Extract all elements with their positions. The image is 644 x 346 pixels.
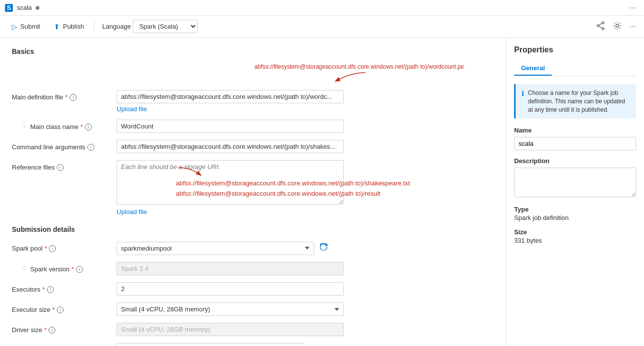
executor-size-label: Executor size * i xyxy=(12,303,111,313)
svg-point-4 xyxy=(597,25,599,27)
driver-size-control: Small (4 vCPU, 28GB memory) xyxy=(117,323,494,336)
main-def-arrow xyxy=(331,70,370,85)
spark-version-label: └ Spark version * i xyxy=(12,262,111,273)
publish-label: Publish xyxy=(63,23,84,30)
description-field-label: Description xyxy=(514,157,636,165)
properties-title: Properties xyxy=(514,45,636,54)
toolbar-divider xyxy=(94,21,94,33)
tab-title: scala xyxy=(17,4,32,11)
title-menu-button[interactable]: ··· xyxy=(627,2,639,13)
svg-text:S: S xyxy=(7,4,11,11)
required-star: * xyxy=(65,93,68,101)
executor-size-control: Small (4 vCPU, 28GB memory) Medium (8 vC… xyxy=(117,303,494,316)
submit-label: Submit xyxy=(20,23,40,30)
title-bar-right: ··· xyxy=(627,2,639,13)
language-label: Language xyxy=(102,23,131,30)
cmd-args-input[interactable] xyxy=(117,140,344,153)
publish-button[interactable]: ⬆ Publish xyxy=(48,20,90,34)
title-bar-left: S scala xyxy=(5,4,40,12)
cmd-args-info-icon[interactable]: i xyxy=(87,144,94,151)
executors-row: Executors * i xyxy=(12,282,494,296)
form-panel: Basics abfss://filesystem@storageaccount… xyxy=(0,38,506,346)
unsaved-indicator xyxy=(36,6,40,10)
svg-line-5 xyxy=(599,23,602,25)
svg-point-7 xyxy=(616,24,619,27)
spark-pool-info-icon[interactable]: i xyxy=(49,245,56,252)
cmd-args-control xyxy=(117,140,494,153)
spark-version-select[interactable]: Spark 2.4 xyxy=(117,262,344,275)
cmd-args-row: Command line arguments i xyxy=(12,140,494,153)
spark-pool-control: sparkmediumpool xyxy=(117,241,494,255)
executor-size-select[interactable]: Small (4 vCPU, 28GB memory) Medium (8 vC… xyxy=(117,303,344,316)
spark-pool-select[interactable]: sparkmediumpool xyxy=(117,242,314,255)
main-def-file-input[interactable] xyxy=(117,90,344,103)
ref-files-label: Reference files i xyxy=(12,160,111,171)
ref-files-row: Reference files i abfss://filesystem@sto… xyxy=(12,160,494,216)
spark-version-control: Spark 2.4 xyxy=(117,262,494,275)
submit-icon: ▷ xyxy=(12,23,17,31)
driver-size-label: Driver size * i xyxy=(12,323,111,334)
spark-pool-select-wrap: sparkmediumpool xyxy=(117,241,344,255)
app-icon: S xyxy=(5,4,13,12)
spark-version-info-icon[interactable]: i xyxy=(76,266,83,273)
main-class-label: └ Main class name * i xyxy=(12,120,111,130)
more-options-button[interactable]: ··· xyxy=(628,20,638,33)
name-input[interactable] xyxy=(514,137,636,150)
main-def-annotation: abfss://filesystem@storageaccount.dfs.co… xyxy=(254,63,464,70)
basics-section-title: Basics xyxy=(12,47,494,55)
type-label: Type xyxy=(514,206,636,213)
executor-size-info-icon[interactable]: i xyxy=(57,306,64,313)
tab-general[interactable]: General xyxy=(514,61,552,76)
publish-icon: ⬆ xyxy=(54,23,60,31)
name-field-label: Name xyxy=(514,127,636,134)
properties-tabs: General xyxy=(514,61,636,76)
spark-pool-refresh-button[interactable] xyxy=(318,241,330,255)
toolbar: ▷ Submit ⬆ Publish Language Spark (Scala… xyxy=(0,16,644,38)
driver-size-info-icon[interactable]: i xyxy=(48,327,55,334)
executors-info-icon[interactable]: i xyxy=(47,286,54,293)
svg-point-2 xyxy=(602,22,604,24)
settings-button[interactable] xyxy=(611,19,624,34)
apache-config-select[interactable]: Use default configuration xyxy=(117,343,304,346)
submission-section-title: Submission details xyxy=(12,225,494,233)
submit-button[interactable]: ▷ Submit xyxy=(6,20,46,34)
upload-file-link-2[interactable]: Upload file xyxy=(117,208,147,216)
cmd-args-label: Command line arguments i xyxy=(12,140,111,151)
main-def-file-row: Main definition file * i Upload file xyxy=(12,90,494,113)
size-label: Size xyxy=(514,228,636,236)
ref-files-textarea[interactable] xyxy=(117,160,344,205)
type-value: Spark job definition xyxy=(514,214,636,221)
apache-config-row: Apache Spark configuration i Use default… xyxy=(12,343,494,346)
main-class-info-icon[interactable]: i xyxy=(85,124,92,130)
info-box-icon: ℹ xyxy=(522,89,524,114)
ref-files-info-icon[interactable]: i xyxy=(57,164,64,171)
driver-size-select[interactable]: Small (4 vCPU, 28GB memory) xyxy=(117,323,344,336)
share-button[interactable] xyxy=(594,19,607,34)
spark-pool-label: Spark pool * i xyxy=(12,241,111,252)
main-def-info-icon[interactable]: i xyxy=(70,94,77,101)
properties-panel: Properties General ℹ Choose a name for y… xyxy=(506,38,644,346)
toolbar-right-actions: ··· xyxy=(594,19,638,34)
spark-version-row: └ Spark version * i Spark 2.4 xyxy=(12,262,494,275)
main-def-file-label: Main definition file * i xyxy=(12,90,111,101)
size-value: 331 bytes xyxy=(514,237,636,244)
apache-config-control: Use default configuration + New View con… xyxy=(117,343,494,346)
main-content: Basics abfss://filesystem@storageaccount… xyxy=(0,38,644,346)
svg-line-6 xyxy=(599,26,602,28)
main-class-control xyxy=(117,120,494,133)
executors-control xyxy=(117,282,494,296)
main-class-input[interactable] xyxy=(117,120,344,133)
svg-point-3 xyxy=(602,28,604,30)
description-textarea[interactable] xyxy=(514,168,636,197)
info-box-text: Choose a name for your Spark job definit… xyxy=(528,89,630,114)
apache-config-row-inner: Use default configuration + New xyxy=(117,343,344,346)
language-select[interactable]: Spark (Scala) PySpark Spark.NET (C#) xyxy=(133,20,198,33)
main-def-file-control: Upload file xyxy=(117,90,494,113)
apache-config-label: Apache Spark configuration i xyxy=(12,343,111,346)
executors-input[interactable] xyxy=(117,282,344,296)
executor-size-row: Executor size * i Small (4 vCPU, 28GB me… xyxy=(12,303,494,316)
title-bar: S scala ··· xyxy=(0,0,644,16)
upload-file-link-1[interactable]: Upload file xyxy=(117,105,147,113)
ref-files-control: abfss://filesystem@storageaccount.dfs.co… xyxy=(117,160,494,216)
driver-size-row: Driver size * i Small (4 vCPU, 28GB memo… xyxy=(12,323,494,336)
